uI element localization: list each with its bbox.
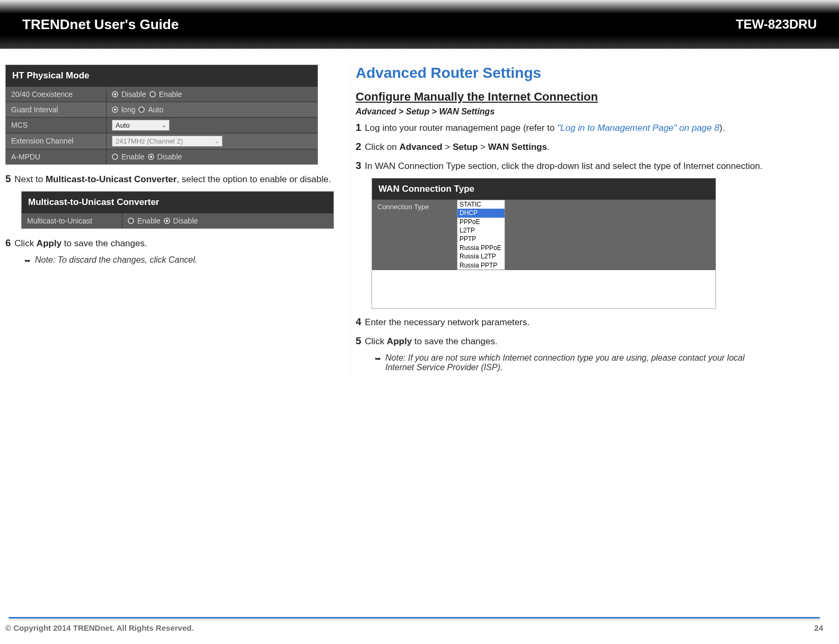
- guard-auto-radio[interactable]: [138, 106, 145, 113]
- coexistence-disable-text: Disable: [121, 90, 146, 99]
- coexistence-label: 20/40 Coexistence: [6, 87, 107, 102]
- right-step-1: 1 Log into your router management page (…: [356, 121, 763, 135]
- footer-rule-thin: [8, 620, 820, 620]
- note-right-text: Note: If you are not sure which Internet…: [385, 353, 763, 372]
- step-5: 5 Next to Multicast-to-Unicast Converter…: [5, 172, 334, 186]
- note-right: ➥ Note: If you are not sure which Intern…: [375, 353, 763, 372]
- extension-channel-select[interactable]: 2417MHz (Channel 2) ⌄: [112, 136, 223, 147]
- wan-option[interactable]: PPPoE: [457, 218, 505, 226]
- wan-connection-type-label: Connection Type: [372, 200, 457, 270]
- ht-table-header: HT Physical Mode: [6, 65, 317, 86]
- wan-table-header: WAN Connection Type: [372, 178, 716, 200]
- note-left-text: Note: To discard the changes, click Canc…: [35, 255, 197, 266]
- multicast-table: Multicast-to-Unicast Converter Multicast…: [21, 191, 334, 229]
- multicast-enable-radio[interactable]: [128, 218, 134, 224]
- right-step-3: 3 In WAN Connection Type section, click …: [356, 159, 763, 173]
- ampdu-label: A-MPDU: [6, 149, 107, 164]
- ampdu-enable-text: Enable: [121, 153, 145, 161]
- guard-auto-text: Auto: [148, 105, 163, 114]
- chevron-down-icon: ⌄: [162, 122, 166, 128]
- wan-option[interactable]: Russia PPPoE: [457, 244, 505, 252]
- guard-interval-label: Guard Interval: [6, 102, 107, 117]
- header-banner: TRENDnet User's Guide TEW-823DRU: [0, 0, 839, 49]
- extension-channel-value: 2417MHz (Channel 2): [116, 137, 183, 145]
- right-step-5: 5 Click Apply to save the changes.: [356, 334, 763, 348]
- ampdu-enable-radio[interactable]: [112, 154, 118, 160]
- step-6: 6 Click Apply to save the changes.: [5, 236, 334, 250]
- chevron-down-icon: ⌄: [215, 138, 219, 144]
- guard-long-radio[interactable]: [112, 106, 118, 113]
- wan-option[interactable]: Russia PPTP: [457, 261, 505, 270]
- ht-physical-mode-table: HT Physical Mode 20/40 Coexistence Disab…: [5, 65, 318, 165]
- model-number: TEW-823DRU: [736, 17, 817, 32]
- page-number: 24: [814, 623, 823, 632]
- multicast-row-label: Multicast-to-Unicast: [22, 213, 122, 228]
- wan-option[interactable]: DHCP: [457, 209, 505, 217]
- multicast-disable-radio[interactable]: [164, 218, 170, 224]
- right-column: Advanced Router Settings Configure Manua…: [350, 65, 763, 372]
- page-footer: © Copyright 2014 TRENDnet. All Rights Re…: [0, 613, 839, 644]
- extension-channel-label: Extension Channel: [6, 133, 107, 149]
- wan-option[interactable]: Russia L2TP: [457, 252, 505, 261]
- wan-option[interactable]: L2TP: [457, 226, 505, 235]
- mcs-select-value: Auto: [116, 121, 130, 129]
- section-heading: Advanced Router Settings: [356, 65, 763, 82]
- multicast-disable-text: Disable: [173, 217, 198, 225]
- wan-option[interactable]: PPTP: [457, 235, 505, 243]
- multicast-table-header: Multicast-to-Unicast Converter: [22, 192, 333, 213]
- coexistence-enable-text: Enable: [159, 90, 182, 99]
- step-5-number: 5: [5, 173, 11, 184]
- right-step-2: 2 Click on Advanced > Setup > WAN Settin…: [356, 140, 763, 154]
- wan-connection-table: WAN Connection Type Connection Type STAT…: [372, 178, 716, 309]
- wan-connection-type-dropdown[interactable]: STATICDHCPPPPoEL2TPPPTPRussia PPPoERussi…: [457, 200, 505, 270]
- subsection-heading: Configure Manually the Internet Connecti…: [356, 90, 763, 104]
- wan-option[interactable]: STATIC: [457, 200, 505, 209]
- guard-long-text: long: [121, 105, 135, 114]
- login-page-link[interactable]: "Log in to Management Page" on page 8: [557, 123, 719, 133]
- mcs-label: MCS: [6, 118, 107, 133]
- footer-rule: [8, 617, 820, 619]
- multicast-enable-text: Enable: [137, 217, 161, 225]
- breadcrumb-path: Advanced > Setup > WAN Settings: [356, 107, 763, 117]
- left-column: HT Physical Mode 20/40 Coexistence Disab…: [5, 65, 334, 372]
- copyright-text: © Copyright 2014 TRENDnet. All Rights Re…: [5, 623, 194, 632]
- note-bullet-icon: ➥: [24, 255, 31, 266]
- guide-title: TRENDnet User's Guide: [22, 16, 179, 33]
- step-6-number: 6: [5, 237, 11, 248]
- note-bullet-icon: ➥: [375, 353, 381, 372]
- note-left: ➥ Note: To discard the changes, click Ca…: [24, 255, 334, 266]
- mcs-select[interactable]: Auto ⌄: [112, 120, 170, 131]
- coexistence-enable-radio[interactable]: [149, 91, 156, 97]
- ampdu-disable-radio[interactable]: [148, 154, 154, 160]
- ampdu-disable-text: Disable: [157, 153, 182, 161]
- wan-blank-area: [372, 270, 716, 308]
- coexistence-disable-radio[interactable]: [112, 91, 118, 97]
- right-step-4: 4 Enter the necessary network parameters…: [356, 315, 763, 329]
